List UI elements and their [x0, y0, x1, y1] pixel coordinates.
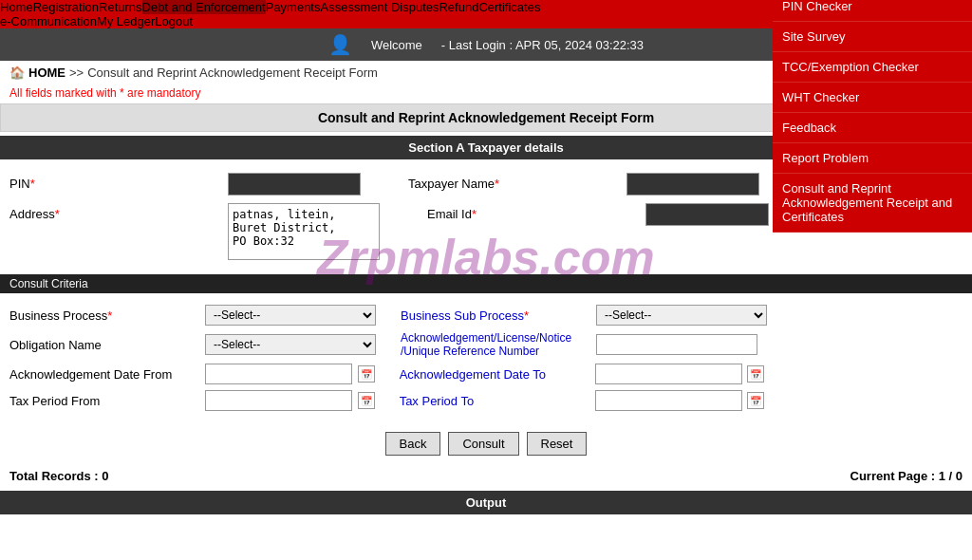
ack-date-from-label: Acknowledgement Date From: [9, 367, 199, 382]
rp-report-problem[interactable]: Report Problem: [773, 143, 972, 174]
consult-criteria-bar: Consult Criteria: [0, 274, 972, 293]
pin-label: PIN*: [9, 173, 218, 191]
rp-consult-reprint[interactable]: Consult and Reprint Acknowledgement Rece…: [773, 174, 972, 233]
email-input[interactable]: [645, 203, 769, 226]
taxpayer-name-label: Taxpayer Name*: [408, 173, 617, 191]
total-records: Total Records : 0: [9, 469, 109, 483]
obligation-name-label: Obligation Name: [9, 338, 199, 352]
business-sub-process-select[interactable]: --Select--: [596, 305, 767, 326]
last-login-text: - Last Login : APR 05, 2024 03:22:33: [441, 38, 644, 52]
totals-row: Total Records : 0 Current Page : 1 / 0: [0, 465, 972, 487]
right-panel-dropdown: FAQ Track Status of Application Generate…: [773, 0, 972, 233]
obligation-name-select[interactable]: --Select--: [205, 334, 376, 355]
obligation-row: Obligation Name --Select-- Acknowledgeme…: [9, 331, 963, 358]
user-icon: 👤: [328, 33, 352, 56]
output-bar: Output: [0, 491, 972, 514]
taxpayer-name-input-wrapper: [626, 173, 759, 196]
breadcrumb-page: Consult and Reprint Acknowledgement Rece…: [87, 65, 378, 80]
ack-date-from-input: 📅: [205, 364, 375, 384]
ack-date-to-input: 📅: [595, 364, 765, 384]
back-button[interactable]: Back: [385, 432, 441, 456]
nav-debt-enforcement[interactable]: Debt and Enforcement: [142, 0, 266, 14]
tax-period-to-field[interactable]: [595, 390, 742, 411]
ack-license-input: [596, 334, 757, 355]
business-process-input: --Select--: [205, 305, 376, 326]
business-process-select[interactable]: --Select--: [205, 305, 376, 326]
tax-period-to-label: Tax Period To: [400, 394, 589, 408]
nav-payments[interactable]: Payments: [266, 0, 321, 14]
nav-refund[interactable]: Refund: [439, 0, 478, 14]
tax-period-to-input: 📅: [595, 390, 765, 411]
breadcrumb-home[interactable]: HOME: [28, 65, 65, 80]
taxpayer-name-input[interactable]: [626, 173, 759, 196]
ack-license-field[interactable]: [596, 334, 757, 355]
rp-pin-checker[interactable]: PIN Checker: [773, 0, 972, 22]
pin-input[interactable]: [228, 173, 361, 196]
ack-date-row: Acknowledgement Date From 📅 Acknowledgem…: [9, 364, 963, 384]
email-label: Email Id*: [427, 203, 636, 221]
pin-input-wrapper: [228, 173, 361, 196]
business-sub-process-input: --Select--: [596, 305, 767, 326]
nav-home[interactable]: Home: [0, 0, 33, 14]
business-sub-process-label: Business Sub Process*: [401, 308, 590, 323]
nav-assessment-disputes[interactable]: Assessment Disputes: [320, 0, 439, 14]
fields-section: Business Process* --Select-- Business Su…: [0, 299, 972, 422]
rp-feedback[interactable]: Feedback: [773, 113, 972, 143]
nav-e-communication[interactable]: e-Communication: [0, 14, 97, 28]
nav-returns[interactable]: Returns: [99, 0, 142, 14]
tax-period-from-field[interactable]: [205, 390, 352, 411]
ack-license-label: Acknowledgement/License/Notice/Unique Re…: [401, 331, 590, 358]
obligation-name-input: --Select--: [205, 334, 376, 355]
ack-date-from-calendar-icon[interactable]: 📅: [358, 365, 375, 383]
nav-my-ledger[interactable]: My Ledger: [97, 14, 155, 28]
rp-tcc-checker[interactable]: TCC/Exemption Checker: [773, 52, 972, 83]
rp-wht-checker[interactable]: WHT Checker: [773, 83, 972, 113]
address-label: Address*: [9, 203, 218, 221]
address-textarea[interactable]: patnas, litein, Buret District, PO Box:3…: [228, 203, 380, 260]
address-input-wrapper: patnas, litein, Buret District, PO Box:3…: [228, 203, 380, 263]
nav-certificates[interactable]: Certificates: [478, 0, 540, 14]
consult-button[interactable]: Consult: [448, 432, 518, 456]
tax-period-from-label: Tax Period From: [9, 394, 199, 408]
breadcrumb-separator: >>: [69, 65, 84, 80]
ack-date-to-calendar-icon[interactable]: 📅: [747, 365, 764, 383]
welcome-text: Welcome: [371, 38, 422, 52]
nav-registration[interactable]: Registration: [33, 0, 99, 14]
current-page: Current Page : 1 / 0: [850, 469, 963, 483]
tax-period-from-input: 📅: [205, 390, 375, 411]
ack-date-to-label: Acknowledgement Date To: [400, 367, 589, 382]
rp-site-survey[interactable]: Site Survey: [773, 22, 972, 52]
business-process-label: Business Process*: [9, 308, 199, 323]
tax-period-to-calendar-icon[interactable]: 📅: [747, 392, 764, 409]
ack-date-from-field[interactable]: [205, 364, 352, 384]
business-process-row: Business Process* --Select-- Business Su…: [9, 305, 963, 326]
ack-date-to-field[interactable]: [595, 364, 742, 384]
nav-logout[interactable]: Logout: [155, 14, 193, 28]
email-input-wrapper: [645, 203, 769, 226]
tax-period-row: Tax Period From 📅 Tax Period To 📅: [9, 390, 963, 411]
button-row: Back Consult Reset: [0, 422, 972, 465]
tax-period-from-calendar-icon[interactable]: 📅: [358, 392, 375, 409]
reset-button[interactable]: Reset: [527, 432, 588, 456]
home-icon: 🏠: [9, 65, 25, 80]
